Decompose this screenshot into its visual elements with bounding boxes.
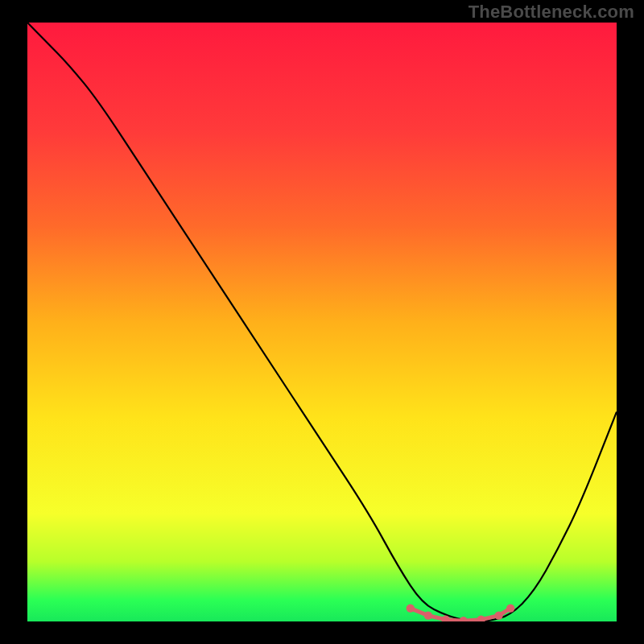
optimal-range-dot xyxy=(407,604,415,612)
watermark-text: TheBottleneck.com xyxy=(469,2,634,23)
optimal-range-dot xyxy=(424,611,432,619)
plot-area xyxy=(27,23,617,621)
bottleneck-chart xyxy=(27,23,617,621)
gradient-background xyxy=(27,23,617,621)
optimal-range-dot xyxy=(506,604,514,612)
chart-frame: TheBottleneck.com xyxy=(0,0,644,644)
optimal-range-dot xyxy=(494,611,502,619)
